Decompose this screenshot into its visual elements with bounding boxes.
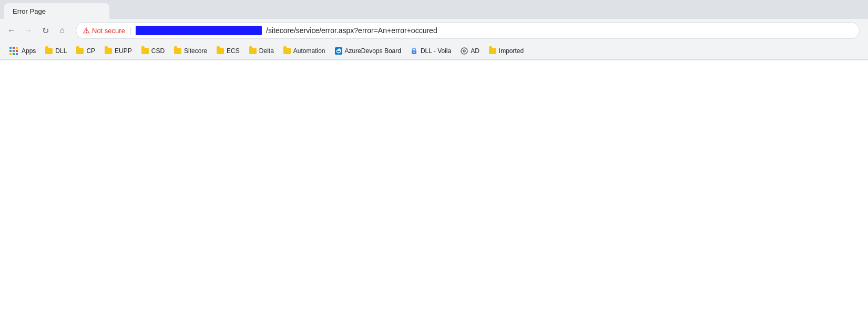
url-path: /sitecore/service/error.aspx?error=An+er…	[266, 26, 437, 35]
folder-icon	[174, 48, 181, 54]
reload-icon: ↻	[42, 26, 49, 36]
folder-icon	[76, 48, 84, 54]
lock-icon	[411, 47, 418, 55]
target-svg	[461, 47, 468, 55]
bookmark-apps-label: Apps	[22, 47, 36, 55]
warning-triangle-icon	[83, 27, 90, 34]
folder-icon	[45, 48, 53, 54]
address-bar[interactable]: Not secure | /sitecore/service/error.asp…	[76, 22, 860, 39]
bookmark-sitecore[interactable]: Sitecore	[170, 45, 211, 57]
home-button[interactable]: ⌂	[55, 23, 69, 38]
back-icon: ←	[7, 26, 16, 35]
bookmark-imported-label: Imported	[499, 47, 524, 55]
back-button[interactable]: ←	[4, 23, 19, 38]
bookmark-apps[interactable]: Apps	[4, 44, 40, 58]
bookmark-dll-label: DLL	[55, 47, 67, 55]
target-icon	[461, 47, 468, 55]
bookmark-eupp-label: EUPP	[115, 47, 132, 55]
bookmark-ecs[interactable]: ECS	[212, 45, 244, 57]
bookmark-ad[interactable]: AD	[456, 45, 484, 57]
lock-svg	[411, 47, 417, 54]
bookmark-csd-label: CSD	[151, 47, 165, 55]
bookmark-automation[interactable]: Automation	[279, 45, 330, 57]
azure-logo	[336, 48, 341, 54]
bookmark-dll-voila[interactable]: DLL - Voila	[406, 45, 455, 57]
bookmark-ecs-label: ECS	[227, 47, 240, 55]
bookmark-cp[interactable]: CP	[72, 45, 99, 57]
active-tab[interactable]: Error Page	[4, 3, 109, 19]
bookmark-azure-devops-label: AzureDevops Board	[345, 47, 401, 55]
bookmark-eupp[interactable]: EUPP	[100, 45, 136, 57]
bookmark-cp-label: CP	[86, 47, 95, 55]
svg-point-4	[464, 50, 465, 51]
apps-grid-icon	[8, 46, 19, 56]
bookmark-dll-voila-label: DLL - Voila	[421, 47, 451, 55]
forward-button[interactable]: →	[21, 23, 36, 38]
toolbar: ← → ↻ ⌂ Not secure | /sitecore/service/e…	[0, 19, 868, 42]
folder-icon	[283, 48, 291, 54]
page-content	[0, 60, 868, 322]
bookmark-dll[interactable]: DLL	[41, 45, 71, 57]
folder-icon	[105, 48, 112, 54]
url-divider: |	[129, 26, 131, 35]
forward-icon: →	[24, 26, 33, 35]
bookmark-azure-devops[interactable]: AzureDevops Board	[331, 45, 405, 57]
home-icon: ⌂	[59, 26, 65, 35]
folder-icon	[217, 48, 224, 54]
folder-icon	[141, 48, 149, 54]
svg-rect-1	[414, 51, 415, 53]
not-secure-label: Not secure	[92, 27, 125, 35]
security-warning: Not secure	[83, 27, 125, 35]
bookmark-sitecore-label: Sitecore	[184, 47, 207, 55]
reload-button[interactable]: ↻	[38, 23, 53, 38]
bookmark-ad-label: AD	[471, 47, 479, 55]
bookmark-automation-label: Automation	[293, 47, 325, 55]
folder-icon	[489, 48, 496, 54]
bookmark-delta[interactable]: Delta	[245, 45, 278, 57]
bookmark-csd[interactable]: CSD	[137, 45, 169, 57]
bookmarks-bar: Apps DLL CP EUPP CSD Sitecore	[0, 42, 868, 60]
tab-bar: Error Page	[0, 0, 868, 19]
bookmark-imported[interactable]: Imported	[485, 45, 528, 57]
tab-title: Error Page	[13, 7, 46, 15]
azure-devops-icon	[335, 47, 342, 55]
bookmark-delta-label: Delta	[259, 47, 274, 55]
folder-icon	[249, 48, 257, 54]
redacted-url	[136, 26, 262, 35]
